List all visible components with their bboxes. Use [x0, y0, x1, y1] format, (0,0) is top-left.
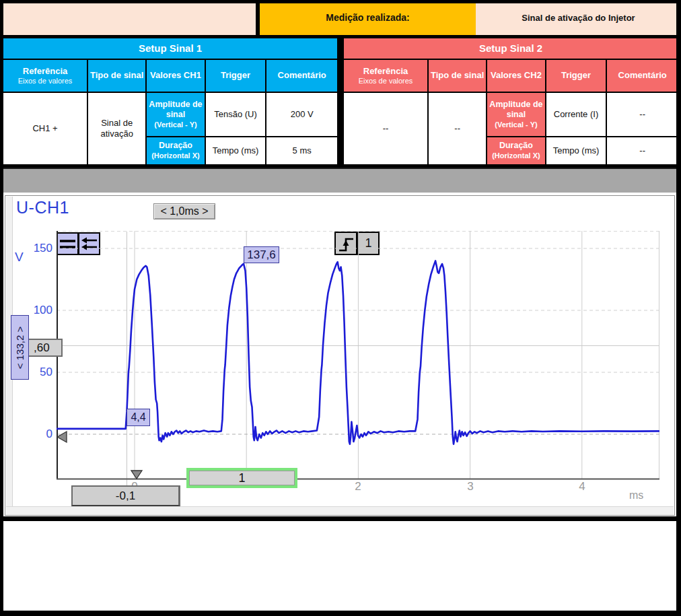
setup1-col-type: Tipo de sinal: [88, 60, 145, 92]
y-tick-150: 150: [24, 242, 52, 255]
measurement-report: Medição realizada: Sinal de ativação do …: [0, 0, 681, 616]
setup2-amp-value: --: [607, 93, 678, 136]
section-divider: [0, 516, 681, 521]
cursor-delta-label[interactable]: < 133,2 >: [11, 315, 29, 380]
trigger-time-marker-icon[interactable]: [130, 469, 143, 480]
setup1-row-duration: Duração (Horizontal X): [147, 137, 204, 164]
setup1-amp-type: Tensão (U): [206, 93, 266, 136]
time-readout-box[interactable]: -0,1: [71, 485, 180, 506]
channel-label: U-CH1: [16, 198, 69, 217]
setup1-row-amplitude: Amplitude de sinal (Vertical - Y): [147, 93, 204, 136]
x-axis-unit: ms: [629, 489, 643, 502]
setup2-title: Setup Sinal 2: [344, 38, 678, 59]
setup1-dur-type: Tempo (ms): [206, 137, 266, 164]
setup2-col-values: Valores CH2: [487, 60, 544, 92]
x-tick-2: 2: [351, 480, 365, 493]
setup1-amp-value: 200 V: [266, 93, 337, 136]
setup2-row-amplitude: Amplitude de sinal (Vertical - Y): [487, 93, 544, 136]
ground-level-marker-icon[interactable]: [56, 430, 68, 444]
peak-value-label[interactable]: 137,6: [244, 246, 279, 263]
setup1-col-trigger: Trigger: [206, 60, 266, 92]
setup-table-signal-1: Setup Sinal 1 Referência Eixos de valore…: [0, 35, 340, 168]
y-tick-0: 0: [24, 427, 52, 441]
setup2-col-trigger: Trigger: [546, 60, 606, 92]
setup2-dur-value: --: [607, 137, 678, 164]
setup1-dur-value: 5 ms: [266, 137, 337, 164]
timebase-button[interactable]: < 1,0ms >: [153, 203, 215, 219]
scope-bottom-gutter: [6, 506, 674, 515]
setup2-row-duration: Duração (Horizontal X): [487, 137, 544, 164]
setup1-col-reference: Referência Eixos de valores: [3, 60, 87, 92]
measure-value: Sinal de ativação do Injetor: [476, 0, 681, 35]
setup-table-signal-2: Setup Sinal 2 Referência Eixos de valore…: [340, 35, 681, 168]
setup2-col-reference: Referência Eixos de valores: [344, 60, 427, 92]
setup1-col-values: Valores CH1: [147, 60, 204, 92]
measure-label: Medição realizada:: [256, 0, 476, 35]
time-cursor-box[interactable]: 1: [186, 468, 297, 488]
setup1-title: Setup Sinal 1: [3, 38, 337, 59]
setup2-dur-type: Tempo (ms): [546, 137, 606, 164]
x-tick-4: 4: [575, 480, 589, 493]
header-row: Medição realizada: Sinal de ativação do …: [0, 0, 681, 35]
x-tick-3: 3: [463, 480, 478, 493]
setup2-trigger-value: --: [344, 93, 427, 164]
setup2-col-type: Tipo de sinal: [429, 60, 486, 92]
setup1-col-comment: Comentário: [266, 60, 337, 92]
y-axis-unit: V: [15, 250, 24, 265]
setup1-comment-value: Sinal de ativação: [88, 93, 145, 164]
setup2-amp-type: Corrente (I): [546, 93, 606, 136]
baseline-value-label[interactable]: 4,4: [127, 409, 150, 426]
setup2-col-comment: Comentário: [607, 60, 678, 92]
setup1-trigger-value: CH1 +: [3, 93, 87, 164]
setup2-comment-value: --: [429, 93, 486, 164]
separator-band: [0, 168, 681, 193]
comment-section: Comentário: Motor aquecido e em marcha l…: [0, 521, 681, 609]
waveform-plot: [57, 231, 659, 480]
